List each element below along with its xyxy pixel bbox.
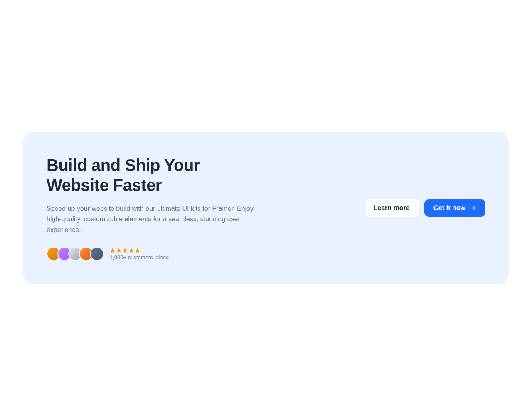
cta-card: Build and Ship Your Website Faster Speed… bbox=[23, 132, 509, 285]
star-icon bbox=[135, 248, 140, 253]
cta-description: Speed up your website build with our ult… bbox=[47, 203, 263, 235]
arrow-right-icon bbox=[469, 204, 476, 212]
star-icon bbox=[128, 248, 134, 253]
cta-buttons: Learn more Get it now bbox=[364, 199, 485, 217]
avatar bbox=[90, 247, 104, 261]
social-proof: 1,000+ customers joined bbox=[47, 247, 263, 261]
star-icon bbox=[122, 248, 128, 253]
learn-more-button[interactable]: Learn more bbox=[364, 199, 419, 217]
avatar-stack bbox=[47, 247, 104, 261]
cta-content: Build and Ship Your Website Faster Speed… bbox=[47, 155, 263, 261]
customers-joined-text: 1,000+ customers joined bbox=[110, 254, 169, 260]
star-icon bbox=[110, 248, 116, 253]
star-icon bbox=[116, 248, 122, 253]
star-rating bbox=[110, 248, 169, 253]
button-label: Learn more bbox=[374, 204, 410, 212]
cta-heading: Build and Ship Your Website Faster bbox=[47, 155, 263, 195]
button-label: Get it now bbox=[433, 204, 466, 212]
get-it-now-button[interactable]: Get it now bbox=[424, 199, 485, 217]
proof-text: 1,000+ customers joined bbox=[110, 248, 169, 260]
